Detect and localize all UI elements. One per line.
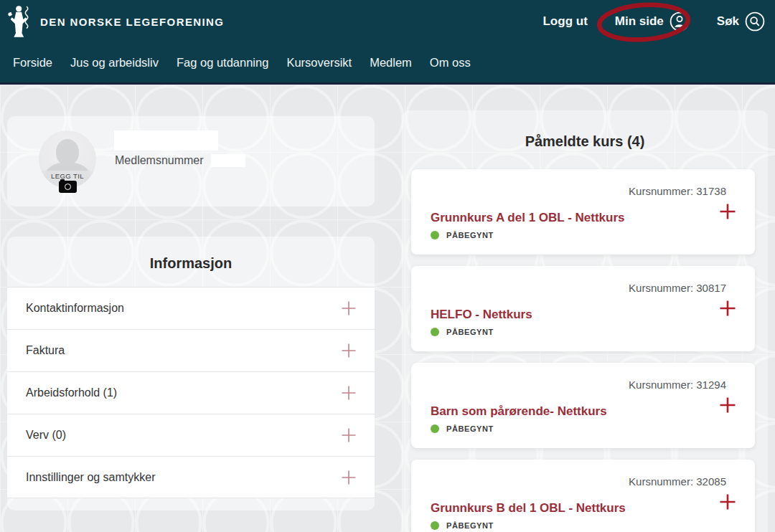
information-card: Informasjon Kontaktinformasjon Faktura A… [7,237,375,510]
search-label: Søk [717,14,739,29]
nav-item-forside[interactable]: Forside [13,56,52,70]
expand-plus-icon[interactable] [719,300,736,317]
expand-plus-icon[interactable] [340,342,357,359]
course-title-link[interactable]: Grunnkurs B del 1 OBL - Nettkurs [431,501,626,516]
course-number-label: Kursnummer: [629,379,693,391]
status-label: PÅBEGYNT [446,328,494,336]
member-number-row: Medlemsnummer [115,154,245,167]
nav-item-jus-og-arbeidsliv[interactable]: Jus og arbeidsliv [70,56,159,70]
status-label: PÅBEGYNT [446,424,494,433]
course-title-link[interactable]: Grunnkurs A del 1 OBL - Nettkurs [431,211,624,225]
accordion-label: Arbeidsforhold (1) [26,386,117,399]
course-number-value: 30817 [696,282,726,294]
legeforening-logo-icon [7,4,32,39]
course-status: PÅBEGYNT [431,328,494,336]
status-dot-icon [431,231,439,239]
profile-card: LEGG TIL Medlemsnummer [7,116,375,206]
accordion-label: Verv (0) [26,429,66,442]
course-number-value: 31738 [696,185,726,197]
course-number: Kursnummer: 32085 [629,475,726,488]
site-header: DEN NORSKE LEGEFORENING Logg ut Min side… [0,0,775,85]
expand-plus-icon[interactable] [340,384,357,402]
camera-icon[interactable] [59,181,77,193]
course-card: Kursnummer: 31738 Grunnkurs A del 1 OBL … [411,169,755,255]
expand-plus-icon[interactable] [719,396,736,414]
accordion-label: Faktura [26,344,65,357]
add-photo-label[interactable]: LEGG TIL [32,172,103,180]
brand-name: DEN NORSKE LEGEFORENING [40,16,224,28]
course-number: Kursnummer: 31738 [629,185,726,197]
search-link[interactable]: Søk [717,11,765,32]
user-profile-icon [670,11,690,32]
course-title-link[interactable]: Barn som pårørende- Nettkurs [431,404,607,419]
status-dot-icon [431,521,439,530]
expand-plus-icon[interactable] [340,469,357,486]
nav-item-fag-og-utdanning[interactable]: Fag og utdanning [177,56,268,70]
course-number: Kursnummer: 30817 [629,282,726,294]
member-number-label: Medlemsnummer [115,154,204,167]
accordion-row-arbeidsforhold[interactable]: Arbeidsforhold (1) [7,371,375,414]
logout-link[interactable]: Logg ut [542,14,587,29]
top-bar: DEN NORSKE LEGEFORENING Logg ut Min side… [0,0,775,43]
course-number-label: Kursnummer: [629,475,693,488]
course-number-value: 31294 [696,379,726,391]
course-number-label: Kursnummer: [629,282,693,294]
accordion-row-kontaktinformasjon[interactable]: Kontaktinformasjon [7,287,375,329]
my-page-label: Min side [615,14,664,29]
status-dot-icon [431,328,439,336]
accordion-row-faktura[interactable]: Faktura [7,329,375,371]
redaction-box-name [114,130,218,151]
avatar-head-shape [56,139,79,165]
search-icon [745,11,765,32]
accordion-row-innstillinger-og-samtykker[interactable]: Innstillinger og samtykker [7,456,375,498]
expand-plus-icon[interactable] [719,493,736,510]
course-number: Kursnummer: 31294 [629,379,726,391]
status-label: PÅBEGYNT [446,231,494,239]
expand-plus-icon[interactable] [340,427,357,444]
expand-plus-icon[interactable] [340,300,357,317]
enrolled-courses-title: Påmeldte kurs (4) [402,110,768,150]
information-title: Informasjon [7,237,375,272]
accordion-row-verv[interactable]: Verv (0) [7,414,375,456]
course-status: PÅBEGYNT [431,521,494,530]
course-card: Kursnummer: 31294 Barn som pårørende- Ne… [411,363,755,448]
course-title-link[interactable]: HELFO - Nettkurs [431,308,532,322]
brand[interactable]: DEN NORSKE LEGEFORENING [7,4,224,39]
logout-label: Logg ut [542,14,587,29]
my-page-link[interactable]: Min side [606,11,698,32]
information-accordion: Kontaktinformasjon Faktura Arbeidsforhol… [7,287,375,498]
enrolled-courses-panel: Påmeldte kurs (4) Kursnummer: 31738 Grun… [402,110,768,532]
course-status: PÅBEGYNT [431,231,494,239]
main-nav: Forside Jus og arbeidsliv Fag og utdanni… [0,43,775,82]
course-card: Kursnummer: 32085 Grunnkurs B del 1 OBL … [411,460,755,532]
status-dot-icon [431,424,439,433]
top-actions: Logg ut Min side Søk [542,11,765,32]
accordion-label: Innstillinger og samtykker [26,471,156,484]
course-status: PÅBEGYNT [431,424,494,433]
avatar-area: LEGG TIL [32,126,103,205]
redaction-box-number [211,154,245,167]
nav-item-kursoversikt[interactable]: Kursoversikt [286,56,352,70]
page-content: LEGG TIL Medlemsnummer Informasjon Konta… [0,85,775,532]
status-label: PÅBEGYNT [446,521,494,530]
course-card: Kursnummer: 30817 HELFO - Nettkurs PÅBEG… [411,266,755,351]
course-number-value: 32085 [696,475,726,488]
nav-item-om-oss[interactable]: Om oss [430,56,471,70]
nav-item-medlem[interactable]: Medlem [370,56,412,70]
expand-plus-icon[interactable] [719,203,736,220]
accordion-label: Kontaktinformasjon [26,302,124,315]
course-number-label: Kursnummer: [629,185,693,197]
